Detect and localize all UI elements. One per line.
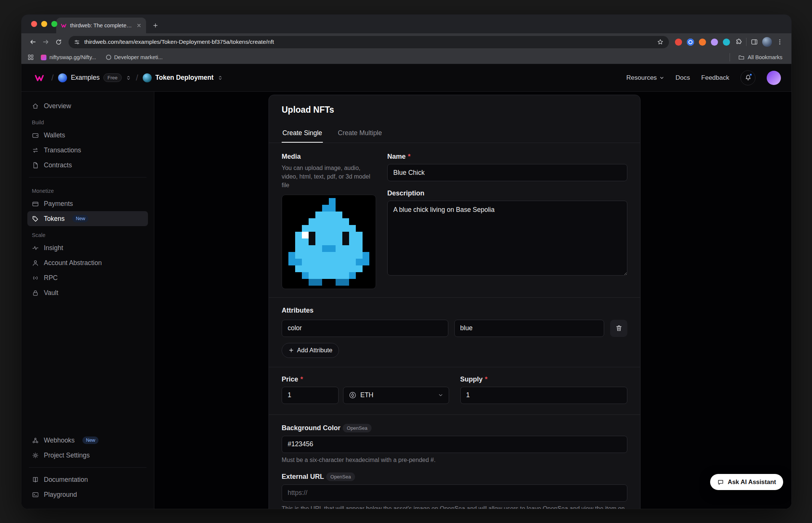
extension-icon-purple[interactable] <box>711 39 718 46</box>
sidebar-item-project-settings[interactable]: Project Settings <box>27 448 148 463</box>
window-zoom-button[interactable] <box>51 21 57 27</box>
tab-close-icon[interactable] <box>136 23 142 28</box>
bookmark-item-niftyswap[interactable]: niftyswap.gg/Nifty... <box>38 53 99 62</box>
extension-icon-teal[interactable] <box>723 39 730 46</box>
sidebar-item-playground[interactable]: Playground <box>27 487 148 502</box>
price-input[interactable] <box>282 387 339 404</box>
new-tab-button[interactable] <box>149 19 162 32</box>
nft-image <box>288 198 369 286</box>
sidebar-item-vault[interactable]: Vault <box>27 285 148 300</box>
account-avatar[interactable] <box>767 71 781 85</box>
external-url-input[interactable] <box>282 484 627 502</box>
back-button[interactable] <box>27 36 39 48</box>
site-info-icon[interactable] <box>74 39 80 45</box>
extension-icon-red[interactable] <box>675 39 682 46</box>
project-name: Token Deployment <box>155 74 213 82</box>
delete-attribute-button[interactable] <box>610 320 627 337</box>
name-label: Name * <box>387 153 627 161</box>
name-label-text: Name <box>387 153 406 161</box>
sidebar: Overview Build Wallets Transactions Cont… <box>21 92 154 509</box>
sidebar-item-rpc[interactable]: RPC <box>27 270 148 285</box>
browser-profile-button[interactable] <box>761 36 773 48</box>
media-upload-preview[interactable] <box>282 195 376 289</box>
sidebar-item-documentation[interactable]: Documentation <box>27 472 148 487</box>
docs-link[interactable]: Docs <box>676 74 690 82</box>
description-input[interactable]: A blue chick living on Base Sepolia <box>387 201 627 276</box>
attribute-value-input[interactable] <box>454 320 604 337</box>
name-input[interactable] <box>387 164 627 181</box>
extension-icon-blue[interactable] <box>687 39 694 46</box>
bookmark-favicon <box>41 55 46 60</box>
sidebar-item-contracts[interactable]: Contracts <box>27 158 148 173</box>
toolbar-divider <box>746 38 746 46</box>
extensions-puzzle-icon[interactable] <box>735 38 742 46</box>
sidebar-item-wallets[interactable]: Wallets <box>27 128 148 143</box>
background-color-hint: Must be a six-character hexadecimal with… <box>282 457 627 463</box>
bookmark-label: Developer marketi... <box>114 54 163 60</box>
browser-tab[interactable]: thirdweb: The complete web... <box>56 18 146 33</box>
user-icon <box>32 259 39 267</box>
sidebar-item-webhooks[interactable]: Webhooks New <box>27 433 148 448</box>
sidebar-item-overview[interactable]: Overview <box>27 98 148 113</box>
thirdweb-logo[interactable] <box>32 73 47 83</box>
bookmark-item-developer[interactable]: Developer marketi... <box>103 53 166 62</box>
transactions-icon <box>32 147 39 154</box>
background-color-input[interactable] <box>282 436 627 453</box>
required-asterisk: * <box>408 153 410 161</box>
sidebar-item-payments[interactable]: Payments <box>27 196 148 211</box>
create-tabs: Create Single Create Multiple <box>269 122 640 143</box>
sidebar-item-label: Playground <box>44 491 77 499</box>
window-minimize-button[interactable] <box>41 21 47 27</box>
external-url-block: External URL OpenSea This is the URL tha… <box>282 472 627 509</box>
sidebar-divider <box>29 177 146 177</box>
required-asterisk: * <box>300 375 303 383</box>
external-url-label-text: External URL <box>282 473 324 481</box>
address-bar[interactable]: thirdweb.com/team/examples/Token-Deploym… <box>69 36 669 48</box>
attribute-name-input[interactable] <box>282 320 448 337</box>
all-bookmarks-label: All Bookmarks <box>748 54 782 60</box>
sidebar-item-label: Webhooks <box>44 437 75 444</box>
window-close-button[interactable] <box>31 21 37 27</box>
all-bookmarks-button[interactable]: All Bookmarks <box>735 53 785 62</box>
reload-button[interactable] <box>52 36 65 48</box>
window-controls <box>31 21 57 27</box>
broadcast-icon <box>32 274 39 282</box>
credit-card-icon <box>32 200 39 207</box>
media-label: Media <box>282 153 376 161</box>
main-content: Upload NFTs Create Single Create Multipl… <box>154 92 791 509</box>
chevron-up-down-icon <box>217 75 223 81</box>
project-switcher[interactable]: Token Deployment <box>143 73 223 82</box>
opensea-section: Background Color OpenSea Must be a six-c… <box>269 415 640 509</box>
sidebar-item-account-abstraction[interactable]: Account Abstraction <box>27 255 148 270</box>
currency-select[interactable]: ETH <box>343 387 449 404</box>
browser-menu-button[interactable] <box>773 36 786 48</box>
ask-ai-assistant-button[interactable]: Ask AI Assistant <box>710 474 783 490</box>
app-body: Overview Build Wallets Transactions Cont… <box>21 92 791 509</box>
description-block: Description A blue chick living on Base … <box>387 189 627 277</box>
team-avatar <box>58 73 67 82</box>
external-url-label: External URL OpenSea <box>282 472 627 481</box>
apps-grid-icon[interactable] <box>27 54 34 61</box>
sidebar-item-insight[interactable]: Insight <box>27 240 148 255</box>
tab-create-multiple[interactable]: Create Multiple <box>337 126 383 143</box>
side-panel-button[interactable] <box>748 36 761 48</box>
team-switcher[interactable]: Examples Free <box>58 73 131 82</box>
supply-input[interactable] <box>460 387 628 404</box>
add-attribute-button[interactable]: Add Attribute <box>282 343 339 358</box>
resources-menu[interactable]: Resources <box>626 74 664 82</box>
feedback-link[interactable]: Feedback <box>701 74 729 82</box>
opensea-badge: OpenSea <box>326 472 355 481</box>
book-icon <box>32 476 39 483</box>
notifications-button[interactable] <box>740 70 755 85</box>
attributes-label: Attributes <box>282 307 627 314</box>
required-asterisk: * <box>485 375 488 383</box>
sidebar-item-transactions[interactable]: Transactions <box>27 143 148 158</box>
bookmark-star-icon[interactable] <box>657 39 664 45</box>
extension-icon-orange[interactable] <box>699 39 706 46</box>
supply-label: Supply * <box>460 375 628 383</box>
sidebar-item-tokens[interactable]: Tokens New <box>27 211 148 226</box>
tab-create-single[interactable]: Create Single <box>282 126 323 143</box>
sidebar-item-label: Insight <box>44 244 63 252</box>
sidebar-item-label: RPC <box>44 274 58 282</box>
forward-button[interactable] <box>39 36 52 48</box>
